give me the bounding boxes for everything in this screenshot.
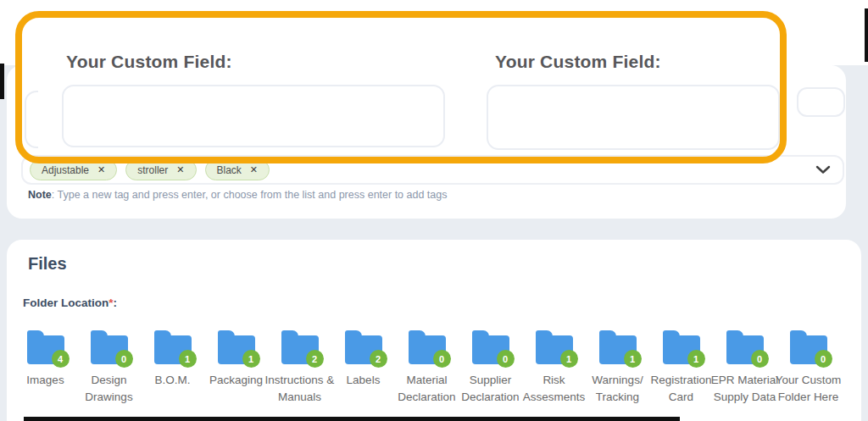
folder-icon[interactable]: 0	[409, 335, 446, 364]
tag-pill: Black ✕	[205, 159, 270, 180]
folder-item-supplier-declaration[interactable]: 0 Supplier Declaration	[459, 330, 522, 405]
tag-remove-icon[interactable]: ✕	[97, 165, 105, 174]
folder-item-epr-material-supply-data[interactable]: 0 EPR Material Supply Data	[713, 330, 776, 405]
folder-count-badge: 2	[306, 350, 324, 368]
window-edge-fragment-left	[0, 64, 4, 99]
folder-icon[interactable]: 1	[218, 335, 255, 364]
folder-count-badge: 0	[815, 350, 832, 368]
folder-icon[interactable]: 1	[599, 335, 637, 364]
folder-item-warnings-tracking[interactable]: 1 Warnings/ Tracking	[586, 330, 649, 405]
tag-pill: Adjustable ✕	[30, 159, 117, 180]
folder-icon[interactable]: 2	[345, 335, 382, 364]
note-label: Note	[28, 189, 52, 201]
colon: :	[114, 296, 118, 309]
folder-icon[interactable]: 0	[472, 335, 509, 364]
tag-remove-icon[interactable]: ✕	[250, 165, 258, 174]
tag-label: stroller	[137, 164, 168, 176]
folder-item-labels[interactable]: 2 Labels	[331, 330, 395, 405]
folder-icon[interactable]: 2	[281, 335, 319, 364]
chevron-down-icon[interactable]	[815, 165, 831, 174]
cropped-input-fragment-left	[25, 91, 38, 148]
folder-icon[interactable]: 0	[790, 335, 827, 364]
folder-item-material-declaration[interactable]: 0 Material Declaration	[395, 330, 459, 405]
folder-count-badge: 0	[115, 350, 133, 368]
folder-count-badge: 2	[370, 350, 387, 368]
tags-help-note: Note: Type a new tag and press enter, or…	[28, 189, 448, 201]
custom-field-input-2[interactable]	[487, 85, 780, 150]
folder-count-badge: 1	[179, 350, 197, 368]
folder-icon[interactable]: 0	[91, 335, 128, 364]
folder-location-text: Folder Location	[23, 296, 108, 309]
folder-count-badge: 0	[433, 350, 451, 368]
folder-item-images[interactable]: 4 Images	[14, 330, 77, 405]
page: Your Custom Field: Your Custom Field: Ad…	[0, 0, 868, 421]
folder-item-packaging[interactable]: 1 Packaging	[204, 330, 268, 405]
folder-location-label: Folder Location*:	[23, 296, 117, 309]
folder-count-badge: 1	[624, 350, 642, 368]
tag-pill: stroller ✕	[125, 159, 196, 180]
tag-remove-icon[interactable]: ✕	[176, 165, 184, 174]
tag-label: Adjustable	[42, 164, 89, 176]
folder-count-badge: 1	[242, 350, 260, 368]
window-edge-fragment-right	[865, 8, 868, 62]
folder-count-badge: 0	[751, 350, 769, 368]
folder-icon[interactable]: 1	[536, 335, 573, 364]
custom-field-input-1[interactable]	[62, 85, 445, 147]
files-section-title: Files	[28, 254, 67, 274]
cropped-input-field-right[interactable]	[797, 87, 845, 117]
folder-item-registration-card[interactable]: 1 Registration Card	[649, 330, 713, 405]
folder-icon[interactable]: 0	[726, 335, 764, 364]
folder-grid: 4 Images 0 Design Drawings 1 B.O.M. 1 Pa…	[14, 330, 854, 405]
tags-input-row[interactable]: Adjustable ✕ stroller ✕ Black ✕	[21, 155, 844, 185]
folder-item-design-drawings[interactable]: 0 Design Drawings	[77, 330, 141, 405]
custom-field-label-1: Your Custom Field:	[66, 52, 232, 72]
folder-item-risk-assesments[interactable]: 1 Risk Assesments	[522, 330, 586, 405]
tag-label: Black	[217, 164, 242, 176]
folder-name: Your Custom Folder Here	[770, 372, 848, 405]
folder-count-badge: 1	[560, 350, 578, 368]
folder-icon[interactable]: 1	[154, 335, 192, 364]
folder-count-badge: 0	[497, 350, 515, 368]
note-text: : Type a new tag and press enter, or cho…	[52, 189, 448, 201]
window-edge-fragment-bottom	[24, 417, 680, 421]
folder-item-bom[interactable]: 1 B.O.M.	[141, 330, 204, 405]
folder-icon[interactable]: 4	[27, 335, 64, 364]
folder-count-badge: 4	[52, 350, 70, 368]
folder-item-instructions-manuals[interactable]: 2 Instructions & Manuals	[268, 330, 331, 405]
folder-icon[interactable]: 1	[663, 335, 700, 364]
folder-count-badge: 1	[687, 350, 705, 368]
custom-field-label-2: Your Custom Field:	[495, 52, 661, 72]
folder-item-your-custom-folder[interactable]: 0 Your Custom Folder Here	[776, 330, 840, 405]
